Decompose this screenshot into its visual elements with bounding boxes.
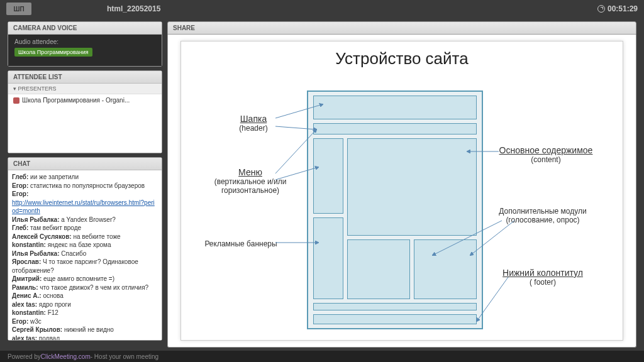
room-title: html_22052015 [107, 4, 160, 13]
clock-icon [597, 5, 605, 13]
slide-area: Устройство сайта Шапка(header) Мен [167, 35, 636, 348]
app-footer: Powered by ClickMeeting.com - Host your … [0, 351, 644, 362]
presenter-badge: Школа Программирования [14, 48, 92, 57]
svg-line-0 [275, 104, 323, 118]
svg-line-6 [433, 221, 502, 255]
attendee-header: ATTENDEE LIST [8, 71, 162, 84]
share-header: SHARE [167, 21, 636, 35]
audio-attendee-label: Audio attendee: [14, 38, 155, 45]
svg-line-3 [275, 167, 318, 180]
chat-panel: CHAT Глеб: ии же запретилиЕгор: статисти… [8, 157, 162, 341]
timer-text: 00:51:29 [608, 4, 638, 13]
chat-body[interactable]: Глеб: ии же запретилиЕгор: статистика по… [8, 170, 162, 340]
person-icon [13, 97, 19, 104]
arrows [181, 41, 623, 340]
attendee-row[interactable]: Школа Программирования - Organi... [8, 94, 162, 106]
footer-brand-link[interactable]: ClickMeeting.com [41, 353, 91, 360]
camera-panel: CAMERA AND VOICE Audio attendee: Школа П… [8, 21, 162, 67]
svg-line-1 [275, 126, 316, 129]
session-timer: 00:51:29 [597, 4, 638, 13]
chat-header: CHAT [8, 158, 162, 170]
top-bar: ШП html_22052015 00:51:29 [0, 0, 644, 18]
camera-header: CAMERA AND VOICE [8, 22, 162, 35]
svg-line-7 [470, 221, 514, 255]
app-logo: ШП [6, 3, 31, 15]
camera-body: Audio attendee: Школа Программирования [8, 35, 162, 66]
attendee-panel: ATTENDEE LIST ▾ PRESENTERS Школа Програм… [8, 70, 162, 153]
attendee-name: Школа Программирования - Organi... [22, 97, 130, 104]
svg-line-8 [477, 277, 508, 321]
svg-line-2 [275, 129, 316, 173]
presenters-subheader: ▾ PRESENTERS [8, 84, 162, 94]
